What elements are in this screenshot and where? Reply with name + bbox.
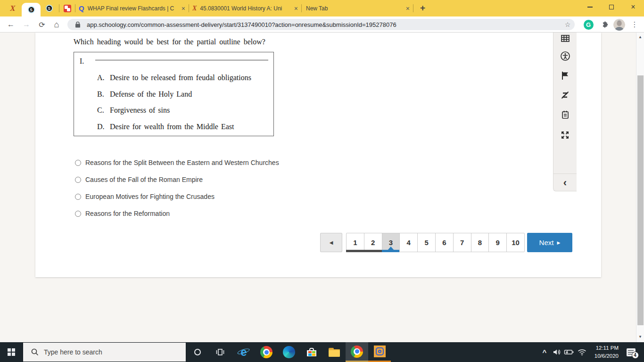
internet-explorer-icon: e — [238, 346, 250, 358]
accessibility-button[interactable] — [553, 50, 577, 62]
browser-tab-strip: X S S Q WHAP Final review Flashcards | C… — [0, 0, 644, 16]
bookmark-star-icon[interactable]: ☆ — [561, 21, 575, 28]
task-view-button[interactable] — [209, 342, 231, 362]
scroll-down-icon[interactable]: ▼ — [636, 335, 644, 339]
pinned-tab-red-app[interactable] — [62, 0, 73, 16]
clock-time: 12:11 PM — [596, 344, 619, 352]
volume-button[interactable] — [551, 342, 563, 362]
grammarly-icon: G — [584, 20, 594, 30]
answer-choice-3[interactable]: European Motives for Fighting the Crusad… — [75, 192, 215, 201]
outline-item: B. Defense of the Holy Land — [97, 90, 192, 99]
page-button-4[interactable]: 4 — [399, 233, 418, 252]
search-icon — [31, 348, 39, 356]
home-button[interactable]: ⌂ — [50, 16, 64, 33]
back-button[interactable]: ← — [4, 16, 18, 33]
close-button[interactable]: × — [622, 0, 644, 14]
new-tab-button[interactable]: + — [420, 3, 425, 13]
radio-button[interactable] — [75, 177, 81, 183]
start-button[interactable] — [0, 342, 23, 362]
file-explorer-button[interactable] — [323, 342, 346, 362]
tab-close-icon[interactable]: × — [181, 5, 186, 12]
tab-new-tab[interactable]: New Tab × — [306, 0, 411, 16]
chrome-menu-button[interactable]: ⋮ — [629, 18, 640, 31]
maximize-button[interactable] — [601, 0, 622, 14]
tab-close-icon[interactable]: × — [405, 5, 411, 12]
tab-close-icon[interactable]: × — [293, 5, 299, 12]
pinned-tab-x[interactable]: X — [5, 0, 21, 16]
reload-button[interactable]: ⟳ — [35, 16, 49, 33]
outline-text: Desire for wealth from the Middle East — [110, 123, 234, 131]
answer-eliminator-button[interactable] — [553, 89, 577, 101]
page-button-10[interactable]: 10 — [506, 233, 525, 252]
outline-item: C. Forgiveness of sins — [97, 106, 170, 115]
tab-separator — [413, 4, 413, 12]
tab-world-history[interactable]: X 45.0830001 World History A: Uni × — [192, 0, 299, 16]
profile-avatar[interactable] — [613, 18, 625, 31]
minimize-button[interactable] — [579, 0, 601, 14]
fullscreen-button[interactable] — [553, 129, 577, 141]
answer-choice-2[interactable]: Causes of the Fall of the Roman Empire — [75, 175, 203, 184]
answer-choice-4[interactable]: Reasons for the Reformation — [75, 209, 170, 218]
chrome-active-button[interactable] — [346, 342, 368, 362]
notes-button[interactable] — [553, 108, 577, 121]
edge-button[interactable] — [278, 342, 300, 362]
grammarly-extension-button[interactable]: G — [583, 18, 594, 31]
notes-icon — [561, 110, 570, 119]
page-button-6[interactable]: 6 — [435, 233, 454, 252]
page-button-5[interactable]: 5 — [417, 233, 436, 252]
radio-button[interactable] — [75, 211, 81, 217]
pinned-tab-schoology-active[interactable]: S — [22, 3, 41, 16]
search-input[interactable] — [44, 348, 162, 356]
question-grid-button[interactable] — [553, 33, 577, 45]
chrome-button[interactable] — [255, 342, 278, 362]
taskbar-clock[interactable]: 12:11 PM 10/6/2020 — [594, 342, 619, 362]
collapse-panel-button[interactable]: ‹ — [553, 175, 577, 190]
internet-explorer-button[interactable]: e — [232, 342, 255, 362]
wifi-button[interactable] — [575, 342, 588, 362]
scrollbar: ▲ ▼ — [636, 33, 644, 342]
tab-whap-flashcards[interactable]: Q WHAP Final review Flashcards | C × — [79, 0, 186, 16]
taskbar-search[interactable] — [23, 342, 186, 362]
scroll-up-icon[interactable]: ▲ — [636, 35, 644, 39]
answer-choice-1[interactable]: Reasons for the Split Between the Easter… — [75, 158, 279, 167]
page-button-7[interactable]: 7 — [453, 233, 471, 252]
outline-letter: D. — [97, 123, 110, 131]
page-button-9[interactable]: 9 — [488, 233, 507, 252]
camera-app-button[interactable] — [368, 342, 391, 362]
clock-date: 10/6/2020 — [594, 352, 619, 360]
page-button-8[interactable]: 8 — [471, 233, 489, 252]
pinned-tab-schoology[interactable]: S — [41, 0, 57, 16]
url-text: app.schoology.com/common-assessment-deli… — [87, 21, 561, 28]
accessibility-icon — [560, 51, 570, 61]
page-button-2[interactable]: 2 — [364, 233, 382, 252]
forward-button[interactable]: → — [19, 16, 33, 33]
flag-icon — [561, 71, 570, 80]
tab-separator — [75, 4, 75, 12]
cortana-button[interactable] — [186, 342, 209, 362]
quizlet-icon: Q — [79, 4, 84, 12]
assessment-tools-panel: ‹ — [553, 33, 577, 191]
flag-question-button[interactable] — [553, 69, 577, 82]
tray-expand-button[interactable]: ^ — [538, 342, 551, 362]
store-icon — [306, 348, 317, 356]
previous-page-button[interactable]: ◀ — [320, 233, 342, 252]
notification-center-button[interactable]: 4 — [621, 342, 640, 362]
scrollbar-thumb[interactable] — [637, 75, 644, 325]
page-button-1[interactable]: 1 — [346, 233, 364, 252]
browser-toolbar: ← → ⟳ ⌂ app.schoology.com/common-assessm… — [0, 16, 644, 33]
next-button[interactable]: Next ▶ — [527, 233, 572, 252]
restore-icon — [609, 5, 614, 9]
tab-separator — [301, 4, 302, 12]
radio-button[interactable] — [75, 194, 81, 200]
outline-box: I. A. Desire to be released from feudal … — [74, 52, 274, 136]
page-content: Which heading would be best for the part… — [0, 33, 644, 342]
outline-blank-line — [95, 60, 268, 60]
address-bar[interactable]: app.schoology.com/common-assessment-deli… — [67, 19, 575, 30]
battery-button[interactable] — [563, 342, 575, 362]
radio-button[interactable] — [75, 160, 81, 166]
page-button-3-current[interactable]: 3 — [382, 233, 400, 252]
tab-title: 45.0830001 World History A: Uni — [200, 5, 289, 12]
question-prompt: Which heading would be best for the part… — [74, 38, 265, 46]
extensions-button[interactable] — [598, 18, 610, 31]
microsoft-store-button[interactable] — [300, 342, 323, 362]
